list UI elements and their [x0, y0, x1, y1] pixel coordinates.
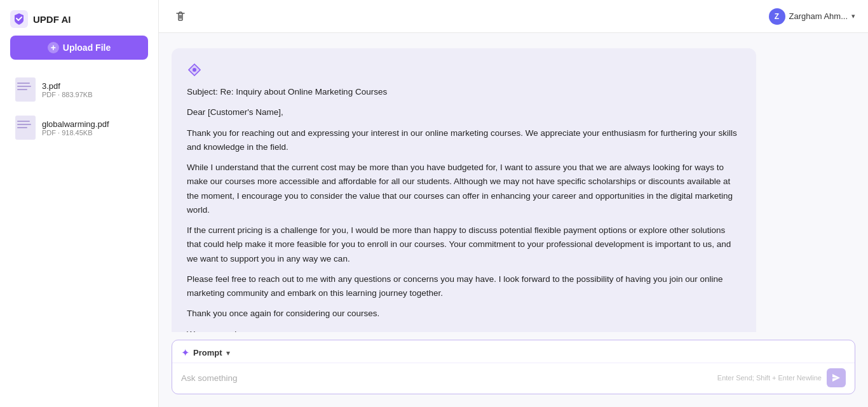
- svg-rect-4: [17, 89, 27, 90]
- send-button[interactable]: [827, 368, 846, 387]
- msg-para5: Thank you once again for considering our…: [187, 307, 741, 321]
- input-toolbar: ✦ Prompt ▾: [172, 340, 855, 363]
- file-item-0[interactable]: 3.pdf PDF · 883.97KB: [5, 71, 153, 108]
- input-hint: Enter Send; Shift + Enter Newline: [717, 374, 822, 382]
- prompt-dropdown-button[interactable]: ▾: [226, 349, 230, 357]
- message-header: [187, 61, 741, 77]
- msg-para3: If the current pricing is a challenge fo…: [187, 224, 741, 266]
- user-menu[interactable]: Z Zargham Ahm... ▾: [769, 8, 855, 25]
- file-meta-0: PDF · 883.97KB: [42, 91, 93, 98]
- updf-logo-icon: [10, 10, 28, 28]
- delete-button[interactable]: [172, 8, 189, 25]
- topbar: Z Zargham Ahm... ▾: [159, 0, 868, 33]
- ask-input[interactable]: [181, 373, 712, 383]
- sparkle-icon: ✦: [181, 347, 189, 359]
- svg-rect-7: [17, 124, 31, 125]
- file-name-1: globalwarming.pdf: [42, 119, 109, 129]
- upload-btn-label: Upload File: [63, 43, 111, 53]
- upload-file-button[interactable]: + Upload File: [10, 36, 148, 60]
- chat-input-box: ✦ Prompt ▾ Enter Send; Shift + Enter New…: [172, 340, 855, 394]
- svg-point-9: [193, 68, 196, 72]
- msg-greeting: Dear [Customer's Name],: [187, 105, 741, 119]
- file-icon-pdf-1: [15, 116, 36, 140]
- file-list: 3.pdf PDF · 883.97KB globalwarming.pdf P…: [0, 70, 158, 407]
- user-name-label: Zargham Ahm...: [789, 11, 848, 21]
- file-name-0: 3.pdf: [42, 81, 93, 91]
- file-meta-1: PDF · 918.45KB: [42, 129, 109, 137]
- sidebar-header: UPDF AI: [0, 0, 158, 36]
- svg-rect-3: [17, 86, 31, 87]
- input-row: Enter Send; Shift + Enter Newline: [172, 363, 855, 394]
- user-avatar: Z: [769, 8, 785, 25]
- input-area: ✦ Prompt ▾ Enter Send; Shift + Enter New…: [159, 332, 868, 407]
- plus-circle-icon: +: [48, 42, 59, 53]
- file-info-0: 3.pdf PDF · 883.97KB: [42, 81, 93, 98]
- main-panel: Z Zargham Ahm... ▾ Subject: Re: Inquiry …: [159, 0, 868, 407]
- chat-area: Subject: Re: Inquiry about Online Market…: [159, 33, 868, 332]
- file-info-1: globalwarming.pdf PDF · 918.45KB: [42, 119, 109, 137]
- send-icon: [832, 373, 841, 382]
- trash-icon: [174, 10, 187, 23]
- msg-para1: Thank you for reaching out and expressin…: [187, 126, 741, 155]
- msg-para4: Please feel free to reach out to me with…: [187, 272, 741, 301]
- ai-logo-icon: [187, 62, 202, 77]
- msg-subject: Subject: Re: Inquiry about Online Market…: [187, 85, 741, 99]
- ai-message-bubble: Subject: Re: Inquiry about Online Market…: [172, 48, 756, 332]
- msg-para2: While I understand that the current cost…: [187, 161, 741, 217]
- msg-closing: Warm regards,: [187, 328, 741, 332]
- file-icon-pdf: [15, 77, 36, 102]
- app-title: UPDF AI: [33, 14, 71, 25]
- file-item-1[interactable]: globalwarming.pdf PDF · 918.45KB: [5, 109, 153, 146]
- svg-rect-8: [17, 127, 27, 128]
- svg-rect-2: [17, 83, 30, 84]
- message-content: Subject: Re: Inquiry about Online Market…: [187, 85, 741, 332]
- prompt-label: Prompt: [193, 348, 222, 357]
- sidebar: UPDF AI + Upload File 3.pdf PDF · 883.97…: [0, 0, 159, 407]
- chevron-down-icon: ▾: [851, 12, 855, 20]
- svg-rect-6: [17, 121, 30, 122]
